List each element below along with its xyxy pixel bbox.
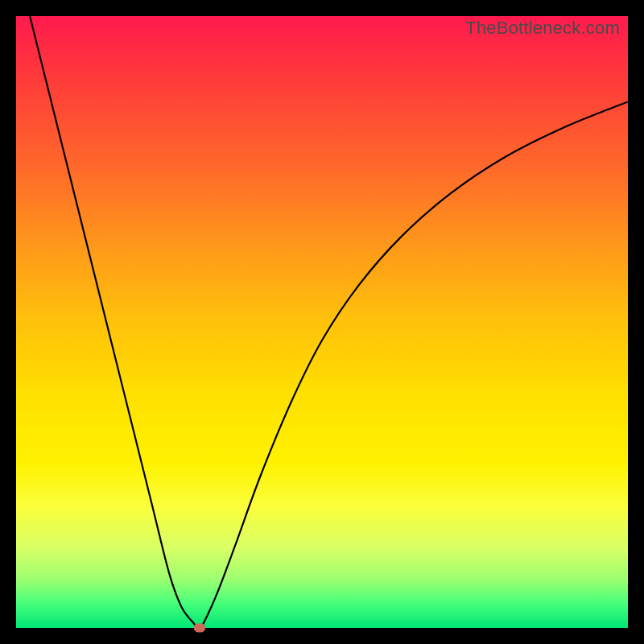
chart-plot-area: TheBottleneck.com xyxy=(16,16,628,628)
bottleneck-curve xyxy=(16,16,628,628)
watermark-text: TheBottleneck.com xyxy=(465,18,620,39)
minimum-marker xyxy=(194,624,205,633)
